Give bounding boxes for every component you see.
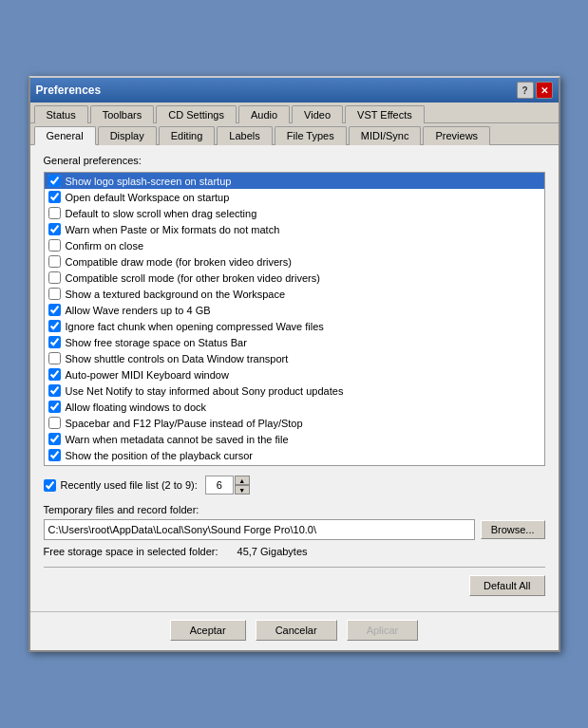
folder-row: Browse... bbox=[44, 519, 545, 540]
list-item-label: Default to slow scroll when drag selecti… bbox=[66, 208, 257, 219]
list-item-label: Warn when Paste or Mix formats do not ma… bbox=[66, 224, 280, 235]
tab-display[interactable]: Display bbox=[98, 126, 157, 145]
list-item[interactable]: Show a textured background on the Worksp… bbox=[45, 286, 544, 302]
content-area: General preferences: Show logo splash-sc… bbox=[30, 145, 559, 611]
aplicar-button[interactable]: Aplicar bbox=[347, 620, 419, 641]
list-item-checkbox-17[interactable] bbox=[48, 449, 61, 461]
tab-video[interactable]: Video bbox=[292, 105, 343, 123]
list-item-checkbox-11[interactable] bbox=[48, 352, 61, 364]
list-item-checkbox-13[interactable] bbox=[48, 384, 61, 397]
list-item-checkbox-16[interactable] bbox=[48, 433, 61, 445]
bottom-section: Recently used file list (2 to 9): ▲ ▼ Te… bbox=[44, 476, 545, 596]
tab-previews[interactable]: Previews bbox=[423, 126, 490, 145]
list-item[interactable]: Use Net Notify to stay informed about So… bbox=[45, 383, 544, 399]
list-item[interactable]: Compatible draw mode (for broken video d… bbox=[45, 253, 544, 270]
tabs-row2: General Display Editing Labels File Type… bbox=[30, 123, 559, 145]
tab-midi-sync[interactable]: MIDI/Sync bbox=[349, 126, 422, 145]
list-item[interactable]: Allow Wave renders up to 4 GB bbox=[45, 302, 544, 318]
tab-labels[interactable]: Labels bbox=[217, 126, 272, 145]
tab-cd-settings[interactable]: CD Settings bbox=[156, 105, 237, 123]
list-item[interactable]: Show the record counter while recording bbox=[45, 463, 544, 466]
default-all-button[interactable]: Default All bbox=[469, 575, 545, 596]
list-item-checkbox-7[interactable] bbox=[48, 288, 61, 300]
list-item-checkbox-2[interactable] bbox=[48, 207, 61, 219]
spinner-up-button[interactable]: ▲ bbox=[235, 476, 250, 485]
title-bar: Preferences ? ✕ bbox=[30, 78, 559, 103]
list-item[interactable]: Ignore fact chunk when opening compresse… bbox=[45, 318, 544, 334]
recent-files-row: Recently used file list (2 to 9): ▲ ▼ bbox=[44, 476, 545, 495]
list-item-checkbox-12[interactable] bbox=[48, 368, 61, 381]
tabs-row1: Status Toolbars CD Settings Audio Video … bbox=[30, 103, 559, 123]
tab-toolbars[interactable]: Toolbars bbox=[90, 105, 155, 123]
list-item-checkbox-5[interactable] bbox=[48, 255, 61, 268]
recent-files-checkbox[interactable] bbox=[44, 479, 56, 492]
title-bar-buttons: ? ✕ bbox=[517, 82, 553, 99]
folder-label: Temporary files and record folder: bbox=[44, 504, 545, 515]
list-item-label: Ignore fact chunk when opening compresse… bbox=[66, 321, 324, 332]
list-item-label: Allow Wave renders up to 4 GB bbox=[66, 305, 211, 316]
list-item[interactable]: Warn when Paste or Mix formats do not ma… bbox=[45, 221, 544, 237]
tab-status[interactable]: Status bbox=[34, 105, 88, 123]
list-item[interactable]: Auto-power MIDI Keyboard window bbox=[45, 366, 544, 383]
list-item-label: Auto-power MIDI Keyboard window bbox=[66, 369, 229, 381]
list-item[interactable]: Show free storage space on Status Bar bbox=[45, 334, 544, 350]
tab-editing[interactable]: Editing bbox=[159, 126, 216, 145]
list-item-checkbox-14[interactable] bbox=[48, 401, 61, 413]
divider bbox=[44, 567, 545, 568]
storage-label: Free storage space in selected folder: bbox=[44, 546, 218, 557]
list-item-checkbox-9[interactable] bbox=[48, 320, 61, 332]
list-item[interactable]: Warn when metadata cannot be saved in th… bbox=[45, 431, 544, 447]
cancelar-button[interactable]: Cancelar bbox=[256, 620, 337, 641]
list-item-label: Show free storage space on Status Bar bbox=[66, 337, 247, 348]
folder-path-input[interactable] bbox=[44, 519, 475, 540]
list-item[interactable]: Confirm on close bbox=[45, 237, 544, 253]
list-item-checkbox-0[interactable] bbox=[48, 175, 61, 187]
list-item-label: Compatible draw mode (for broken video d… bbox=[66, 256, 292, 268]
list-item-label: Allow floating windows to dock bbox=[66, 401, 207, 413]
list-item[interactable]: Show the position of the playback cursor bbox=[45, 447, 544, 463]
list-item-label: Warn when metadata cannot be saved in th… bbox=[66, 434, 289, 445]
preferences-window: Preferences ? ✕ Status Toolbars CD Setti… bbox=[28, 76, 560, 652]
list-item-checkbox-18[interactable] bbox=[48, 465, 61, 466]
list-item-label: Show a textured background on the Worksp… bbox=[66, 289, 286, 300]
list-item-label: Open default Workspace on startup bbox=[66, 192, 230, 203]
list-item[interactable]: Compatible scroll mode (for other broken… bbox=[45, 270, 544, 286]
list-item-checkbox-6[interactable] bbox=[48, 271, 61, 284]
list-item[interactable]: Default to slow scroll when drag selecti… bbox=[45, 205, 544, 221]
recent-files-count[interactable] bbox=[205, 476, 234, 495]
list-item-label: Use Net Notify to stay informed about So… bbox=[66, 385, 344, 397]
browse-button[interactable]: Browse... bbox=[481, 520, 545, 539]
aceptar-button[interactable]: Aceptar bbox=[170, 620, 246, 641]
list-item-checkbox-4[interactable] bbox=[48, 239, 61, 252]
tab-audio[interactable]: Audio bbox=[238, 105, 290, 123]
list-item-checkbox-3[interactable] bbox=[48, 223, 61, 235]
spinner-down-button[interactable]: ▼ bbox=[235, 485, 250, 495]
list-item-checkbox-1[interactable] bbox=[48, 191, 61, 203]
action-buttons: Aceptar Cancelar Aplicar bbox=[30, 611, 559, 650]
spinner-container: ▲ ▼ bbox=[205, 476, 250, 495]
spinner-buttons: ▲ ▼ bbox=[235, 476, 250, 495]
list-item-label: Confirm on close bbox=[66, 240, 144, 252]
list-item-label: Compatible scroll mode (for other broken… bbox=[66, 272, 320, 284]
storage-row: Free storage space in selected folder: 4… bbox=[44, 546, 545, 557]
list-item[interactable]: Show logo splash-screen on startup bbox=[45, 173, 544, 189]
tab-general[interactable]: General bbox=[34, 126, 96, 145]
checkbox-list: Show logo splash-screen on startupOpen d… bbox=[44, 172, 545, 466]
list-item-label: Show shuttle controls on Data Window tra… bbox=[66, 353, 289, 364]
list-item[interactable]: Open default Workspace on startup bbox=[45, 189, 544, 205]
storage-value: 45,7 Gigabytes bbox=[237, 546, 308, 557]
tab-vst-effects[interactable]: VST Effects bbox=[345, 105, 425, 123]
list-item-checkbox-8[interactable] bbox=[48, 304, 61, 316]
list-item[interactable]: Show shuttle controls on Data Window tra… bbox=[45, 350, 544, 366]
list-item-checkbox-10[interactable] bbox=[48, 336, 61, 348]
close-button[interactable]: ✕ bbox=[536, 82, 553, 99]
recent-files-label: Recently used file list (2 to 9): bbox=[61, 479, 198, 491]
help-button[interactable]: ? bbox=[517, 82, 534, 99]
list-item-label: Show the position of the playback cursor bbox=[66, 450, 254, 461]
list-item[interactable]: Allow floating windows to dock bbox=[45, 399, 544, 415]
bottom-buttons: Default All bbox=[44, 575, 545, 596]
list-item-label: Spacebar and F12 Play/Pause instead of P… bbox=[66, 418, 303, 429]
list-item[interactable]: Spacebar and F12 Play/Pause instead of P… bbox=[45, 415, 544, 431]
list-item-checkbox-15[interactable] bbox=[48, 417, 61, 429]
tab-file-types[interactable]: File Types bbox=[275, 126, 347, 145]
